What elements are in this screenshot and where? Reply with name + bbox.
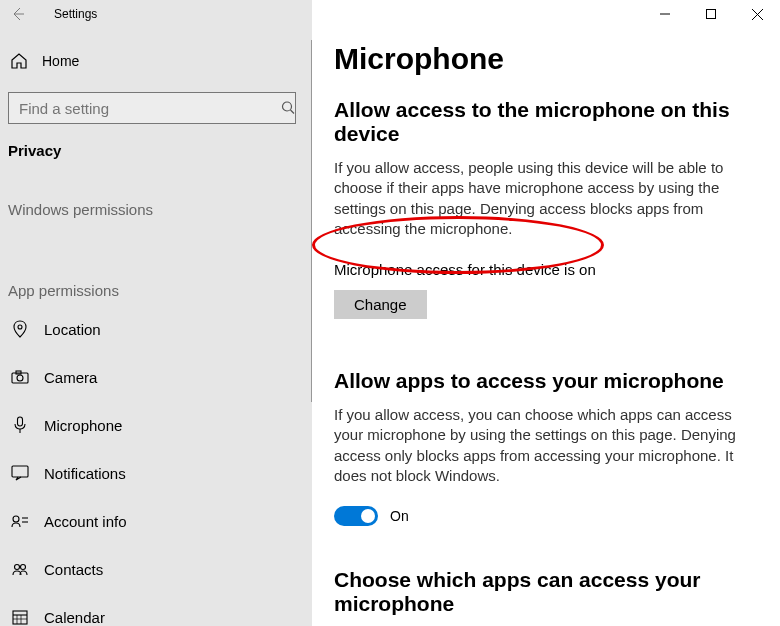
sidebar-item-notifications[interactable]: Notifications bbox=[8, 451, 304, 495]
svg-rect-20 bbox=[707, 10, 716, 19]
section1-title: Allow access to the microphone on this d… bbox=[334, 98, 772, 146]
svg-point-9 bbox=[13, 516, 19, 522]
sidebar-item-contacts[interactable]: Contacts bbox=[8, 547, 304, 591]
svg-rect-14 bbox=[13, 611, 27, 624]
mic-access-status: Microphone access for this device is on bbox=[334, 261, 772, 278]
sidebar-item-label: Notifications bbox=[44, 465, 126, 482]
maximize-button[interactable] bbox=[688, 0, 734, 28]
window-controls bbox=[642, 0, 780, 28]
svg-point-0 bbox=[283, 102, 292, 111]
close-icon bbox=[752, 9, 763, 20]
sidebar-item-calendar[interactable]: Calendar bbox=[8, 595, 304, 626]
window-title: Settings bbox=[32, 7, 97, 21]
toggle-state-label: On bbox=[390, 508, 409, 524]
change-button[interactable]: Change bbox=[334, 290, 427, 319]
home-icon bbox=[10, 52, 28, 70]
sidebar-item-label: Account info bbox=[44, 513, 127, 530]
contacts-icon bbox=[10, 562, 30, 576]
section2-body: If you allow access, you can choose whic… bbox=[334, 405, 764, 486]
search-wrap bbox=[8, 92, 304, 124]
notifications-icon bbox=[10, 465, 30, 481]
search-input[interactable] bbox=[8, 92, 296, 124]
svg-point-2 bbox=[18, 325, 22, 329]
sidebar: Settings Home Privacy Windows permission… bbox=[0, 0, 312, 626]
sidebar-item-label: Calendar bbox=[44, 609, 105, 626]
minimize-icon bbox=[660, 9, 670, 19]
account-icon bbox=[10, 514, 30, 528]
sidebar-item-label: Location bbox=[44, 321, 101, 338]
sidebar-subheading-app-permissions: App permissions bbox=[8, 258, 304, 303]
svg-point-12 bbox=[15, 565, 20, 570]
page-title: Microphone bbox=[334, 42, 772, 76]
section3-title: Choose which apps can access your microp… bbox=[334, 568, 772, 616]
close-button[interactable] bbox=[734, 0, 780, 28]
svg-line-1 bbox=[291, 110, 295, 114]
sidebar-subheading-windows-permissions: Windows permissions bbox=[8, 177, 304, 222]
svg-point-13 bbox=[21, 565, 26, 570]
svg-point-4 bbox=[17, 375, 23, 381]
search-icon bbox=[281, 101, 296, 116]
sidebar-item-location[interactable]: Location bbox=[8, 307, 304, 351]
calendar-icon bbox=[10, 609, 30, 625]
allow-apps-toggle[interactable] bbox=[334, 506, 378, 526]
svg-rect-6 bbox=[18, 417, 23, 426]
svg-rect-8 bbox=[12, 466, 28, 477]
minimize-button[interactable] bbox=[642, 0, 688, 28]
sidebar-item-account-info[interactable]: Account info bbox=[8, 499, 304, 543]
sidebar-item-microphone[interactable]: Microphone bbox=[8, 403, 304, 447]
sidebar-heading-privacy: Privacy bbox=[8, 124, 304, 159]
back-button[interactable] bbox=[4, 0, 32, 28]
maximize-icon bbox=[706, 9, 716, 19]
sidebar-home[interactable]: Home bbox=[8, 40, 304, 82]
sidebar-home-label: Home bbox=[42, 53, 79, 69]
sidebar-item-label: Camera bbox=[44, 369, 97, 386]
location-icon bbox=[10, 320, 30, 338]
toggle-knob bbox=[361, 509, 375, 523]
main-panel: Microphone Allow access to the microphon… bbox=[312, 0, 780, 626]
camera-icon bbox=[10, 370, 30, 384]
section1-body: If you allow access, people using this d… bbox=[334, 158, 764, 239]
arrow-left-icon bbox=[10, 6, 26, 22]
sidebar-item-label: Contacts bbox=[44, 561, 103, 578]
sidebar-item-camera[interactable]: Camera bbox=[8, 355, 304, 399]
titlebar: Settings bbox=[0, 0, 312, 28]
microphone-icon bbox=[10, 416, 30, 434]
sidebar-item-label: Microphone bbox=[44, 417, 122, 434]
section2-title: Allow apps to access your microphone bbox=[334, 369, 772, 393]
